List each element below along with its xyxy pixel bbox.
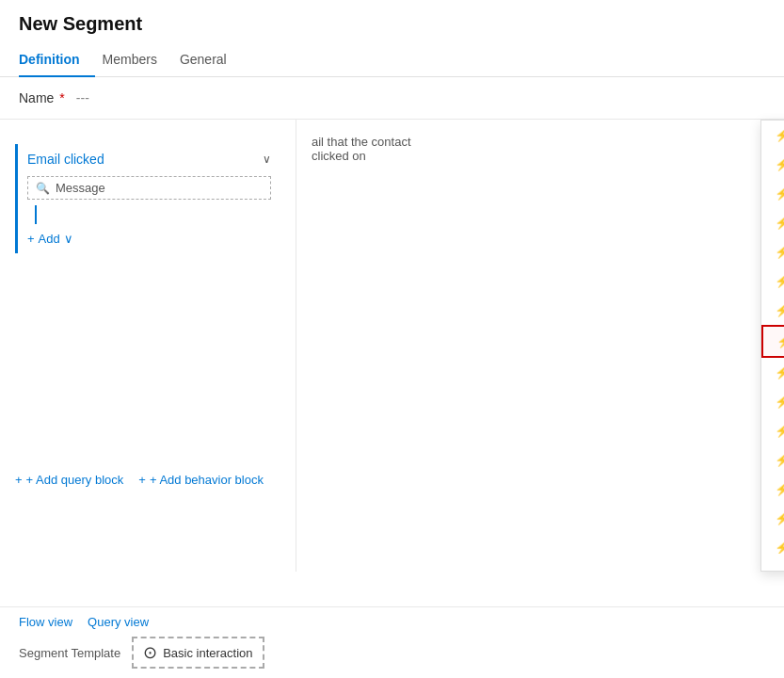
query-block-header: Email clicked ∨ [27, 152, 271, 167]
plus-icon: + [138, 473, 146, 487]
query-block-title[interactable]: Email clicked [27, 152, 104, 167]
tab-general[interactable]: General [180, 42, 242, 76]
dropdown-item-11[interactable]: ⚡ LinkedIn form submission [761, 445, 784, 475]
page-title: New Segment [19, 13, 765, 35]
lightning-icon: ⚡ [776, 334, 784, 348]
chevron-down-icon: ∨ [263, 153, 271, 166]
segment-template-selector[interactable]: ⊙ Basic interaction [132, 637, 264, 669]
lightning-icon: ⚡ [775, 395, 784, 409]
lightning-icon: ⚡ [775, 216, 784, 230]
lightning-icon: ⚡ [775, 424, 784, 438]
message-row[interactable]: 🔍 Message [27, 176, 271, 200]
tab-definition[interactable]: Definition [19, 42, 95, 76]
dropdown-item-9[interactable]: ⚡ Invalid reply-to address [761, 387, 784, 416]
segment-template-icon: ⊙ [143, 642, 157, 663]
lightning-icon: ⚡ [775, 186, 784, 201]
lightning-icon: ⚡ [775, 453, 784, 467]
name-value: --- [76, 90, 89, 105]
dropdown-item-2[interactable]: ⚡ Event check-in [761, 179, 784, 208]
name-label: Name [19, 90, 54, 105]
lightning-icon: ⚡ [775, 482, 784, 496]
dropdown-item-forms-pro-submitted[interactable]: ⚡ Forms Pro Survey Submitted Forms Pro S… [761, 358, 784, 387]
name-required-marker: * [59, 90, 64, 105]
flow-view-link[interactable]: Flow view [19, 615, 72, 629]
message-label: Message [56, 181, 105, 195]
dropdown-item-12[interactable]: ⚡ Marketing list subscribed [761, 475, 784, 504]
left-panel: Email clicked ∨ 🔍 Message + Add ∨ + [0, 120, 296, 572]
add-row[interactable]: + Add ∨ [27, 232, 271, 246]
lightning-icon: ⚡ [775, 303, 784, 317]
lightning-icon: ⚡ [775, 541, 784, 554]
dropdown-panel: ⚡ Email soft remote bounced ⚡ Email subs… [760, 120, 784, 572]
tab-members[interactable]: Members [103, 42, 172, 76]
dropdown-list: ⚡ Email soft remote bounced ⚡ Email subs… [761, 121, 784, 554]
dropdown-item-10[interactable]: ⚡ Invalid sender address [761, 416, 784, 445]
lightning-icon: ⚡ [775, 128, 784, 142]
add-behavior-block-button[interactable]: + + Add behavior block [138, 473, 264, 487]
lightning-icon: ⚡ [775, 365, 784, 379]
query-view-link[interactable]: Query view [88, 615, 149, 629]
lightning-icon: ⚡ [775, 511, 784, 525]
dropdown-item-13[interactable]: ⚡ Marketing list unsubscribed [761, 504, 784, 533]
right-partial-content: ail that the contact clicked on [296, 120, 464, 572]
lightning-icon: ⚡ [775, 274, 784, 288]
add-label: Add [39, 232, 60, 246]
name-row: Name * --- [0, 77, 784, 120]
dropdown-item-4[interactable]: ⚡ Event registration canceled [761, 237, 784, 266]
dropdown-item-14[interactable]: ⚡ Out of email credits [761, 533, 784, 554]
add-query-block-label: + Add query block [26, 473, 124, 487]
search-icon: 🔍 [36, 182, 50, 195]
lightning-icon: ⚡ [775, 157, 784, 171]
lightning-icon: ⚡ [775, 245, 784, 259]
segment-template-label: Segment Template [19, 646, 120, 660]
main-content: Email clicked ∨ 🔍 Message + Add ∨ + [0, 120, 784, 572]
dropdown-item-forms-pro-survey-question[interactable]: ⚡ Forms Pro Survey Question Response [761, 325, 784, 358]
tabs-bar: Definition Members General [0, 42, 784, 77]
plus-icon: + [15, 473, 23, 487]
dropdown-item-0[interactable]: ⚡ Email soft remote bounced [761, 121, 784, 150]
dropdown-item-5[interactable]: ⚡ Form submitted [761, 266, 784, 296]
segment-template-value-text: Basic interaction [163, 646, 252, 660]
add-query-block-button[interactable]: + + Add query block [15, 473, 123, 487]
dropdown-item-3[interactable]: ⚡ Event registration [761, 208, 784, 237]
add-behavior-block-label: + Add behavior block [150, 473, 264, 487]
dropdown-item-1[interactable]: ⚡ Email subscription submitted [761, 150, 784, 179]
query-block-email-clicked: Email clicked ∨ 🔍 Message + Add ∨ [15, 144, 280, 253]
add-chevron-icon: ∨ [64, 232, 73, 246]
plus-icon: + [27, 232, 35, 246]
right-partial-text: ail that the contact clicked on [312, 135, 411, 163]
dropdown-item-6[interactable]: ⚡ Form visited [761, 296, 784, 325]
